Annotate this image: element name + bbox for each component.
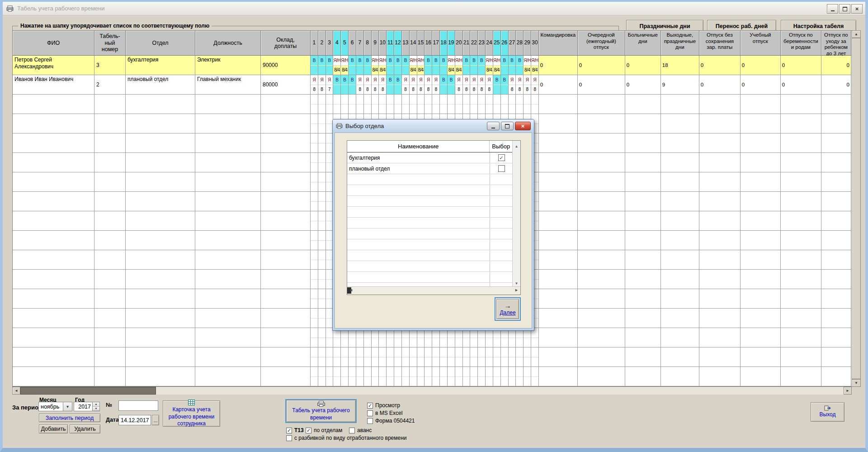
day-header[interactable]: 11 bbox=[387, 31, 394, 56]
day-header[interactable]: 12 bbox=[394, 31, 402, 56]
scroll-down-button[interactable]: ▼ bbox=[852, 379, 861, 387]
checkbox-box[interactable]: ✓ bbox=[349, 428, 355, 433]
horizontal-scroll-thumb[interactable] bbox=[20, 387, 156, 395]
tabel-print-button[interactable]: Табель учета рабочего времени bbox=[286, 400, 356, 422]
day-header[interactable]: 15 bbox=[417, 31, 425, 56]
column-header[interactable]: Учебный отпуск bbox=[741, 31, 781, 56]
close-button[interactable]: × bbox=[851, 4, 863, 14]
spin-up-icon[interactable]: ▲ bbox=[93, 402, 99, 407]
dialog-restore-button[interactable] bbox=[501, 122, 514, 130]
num-input[interactable] bbox=[118, 400, 158, 411]
day-header[interactable]: 28 bbox=[516, 31, 524, 56]
checkbox-box[interactable]: ✓ bbox=[306, 428, 311, 433]
dialog-close-button[interactable]: × bbox=[515, 122, 531, 130]
column-header[interactable]: Отпуск по уходу за ребенком до 3 лет bbox=[821, 31, 851, 56]
delete-button[interactable]: Удалить bbox=[70, 424, 100, 433]
day-header[interactable]: 5 bbox=[341, 31, 349, 56]
day-header[interactable]: 21 bbox=[463, 31, 471, 56]
day-header[interactable]: 24 bbox=[486, 31, 493, 56]
employee-card-button[interactable]: Карточка учета рабочего времени сотрудни… bbox=[163, 400, 220, 427]
checkbox-prosmotr[interactable]: ✓Просмотр bbox=[367, 402, 400, 409]
list-scroll-up-icon[interactable]: ▲ bbox=[512, 141, 520, 152]
column-header[interactable]: Очередной (ежегодный) отпуск bbox=[578, 31, 625, 56]
column-header[interactable]: Оклад, доплаты bbox=[261, 31, 311, 56]
day-header[interactable]: 29 bbox=[524, 31, 531, 56]
dept-row[interactable]: бухгалтерия✓ bbox=[347, 152, 520, 163]
dept-checkbox[interactable]: ✓ bbox=[490, 163, 513, 174]
chevron-down-icon[interactable]: ▾ bbox=[63, 402, 72, 411]
checkbox-ms-excel[interactable]: ✓в MS Excel bbox=[367, 410, 402, 416]
column-header[interactable]: Отпуск без сохранения зар. платы bbox=[699, 31, 741, 56]
spin-down-icon[interactable]: ▼ bbox=[93, 407, 99, 411]
list-scroll-right-icon[interactable]: ► bbox=[514, 288, 519, 292]
day-header[interactable]: 20 bbox=[455, 31, 463, 56]
day-cell: Я8 bbox=[516, 75, 524, 95]
checkbox-po-otdelam[interactable]: ✓по отделам bbox=[306, 427, 342, 433]
day-header[interactable]: 2 bbox=[318, 31, 326, 56]
vertical-scroll-thumb[interactable] bbox=[852, 38, 861, 379]
checkbox-box[interactable]: ✓ bbox=[498, 165, 505, 172]
next-button[interactable]: → Далее bbox=[496, 299, 519, 319]
day-header[interactable]: 6 bbox=[349, 31, 356, 56]
date-input[interactable] bbox=[118, 415, 151, 425]
checkbox-razbivka[interactable]: ✓с разбивкой по виду отработанного време… bbox=[286, 435, 406, 441]
day-header[interactable]: 1 bbox=[311, 31, 318, 56]
checkbox-box[interactable]: ✓ bbox=[286, 435, 292, 441]
list-scroll-left-icon[interactable]: ◄ bbox=[349, 288, 353, 292]
column-header[interactable]: Отдел bbox=[126, 31, 195, 56]
column-header[interactable]: ФИО bbox=[13, 31, 94, 56]
column-header[interactable]: Командировка bbox=[539, 31, 578, 56]
day-header[interactable]: 8 bbox=[364, 31, 372, 56]
add-button[interactable]: Добавить bbox=[39, 424, 68, 433]
checkbox-box[interactable]: ✓ bbox=[367, 403, 373, 409]
day-cell: В bbox=[440, 56, 448, 75]
day-header[interactable]: 22 bbox=[470, 31, 478, 56]
day-header[interactable]: 30 bbox=[531, 31, 539, 56]
month-select[interactable]: ноябрь ▾ bbox=[38, 402, 72, 411]
checkbox-box[interactable]: ✓ bbox=[498, 154, 505, 161]
column-header[interactable]: Табель- ный номер bbox=[94, 31, 126, 56]
column-header[interactable]: Выходные, праздничные дни bbox=[661, 31, 699, 56]
column-header[interactable]: Должность bbox=[195, 31, 261, 56]
dept-name-column-header[interactable]: Наименование bbox=[347, 141, 490, 152]
day-header[interactable]: 7 bbox=[356, 31, 364, 56]
restore-button[interactable] bbox=[839, 4, 850, 14]
dept-pick-column-header[interactable]: Выбор bbox=[490, 141, 512, 152]
day-header[interactable]: 16 bbox=[425, 31, 432, 56]
day-header[interactable]: 13 bbox=[402, 31, 410, 56]
dialog-minimize-button[interactable] bbox=[487, 122, 500, 130]
column-header[interactable]: Отпуск по беременности и родам bbox=[781, 31, 821, 56]
checkbox-t13[interactable]: ✓Т13 bbox=[286, 427, 304, 433]
checkbox-box[interactable]: ✓ bbox=[367, 410, 373, 416]
column-header[interactable]: Больничные дни bbox=[625, 31, 661, 56]
checkbox-avans[interactable]: ✓аванс bbox=[349, 427, 372, 433]
list-scroll-down-icon[interactable]: ▼ bbox=[512, 280, 520, 287]
checkbox-forma-0504421[interactable]: ✓Форма 0504421 bbox=[367, 418, 415, 424]
fill-period-button[interactable]: Заполнить период bbox=[39, 414, 100, 422]
day-header[interactable]: 14 bbox=[410, 31, 417, 56]
day-header[interactable]: 23 bbox=[478, 31, 486, 56]
checkbox-box[interactable]: ✓ bbox=[367, 418, 373, 424]
day-header[interactable]: 26 bbox=[501, 31, 509, 56]
exit-button[interactable]: Выход bbox=[811, 402, 844, 422]
scroll-left-button[interactable]: ◄ bbox=[12, 387, 20, 395]
day-header[interactable]: 27 bbox=[509, 31, 516, 56]
dept-checkbox[interactable]: ✓ bbox=[490, 152, 513, 163]
day-header[interactable]: 4 bbox=[333, 31, 341, 56]
checkbox-box[interactable]: ✓ bbox=[286, 428, 292, 433]
day-header[interactable]: 18 bbox=[440, 31, 448, 56]
table-row[interactable]: Петров Сергей Александрович3бухгалтерияЭ… bbox=[13, 56, 852, 75]
day-header[interactable]: 19 bbox=[448, 31, 455, 56]
minimize-button[interactable] bbox=[827, 4, 838, 14]
day-header[interactable]: 25 bbox=[493, 31, 501, 56]
year-spinner[interactable]: 2017 ▲ ▼ bbox=[74, 402, 100, 411]
day-header[interactable]: 3 bbox=[326, 31, 334, 56]
scroll-up-button[interactable]: ▲ bbox=[852, 30, 861, 38]
dept-row[interactable]: плановый отдел✓ bbox=[347, 163, 520, 174]
day-header[interactable]: 10 bbox=[379, 31, 387, 56]
table-row[interactable]: Иванов Иван Иванович2плановый отделГлавн… bbox=[13, 75, 852, 95]
day-header[interactable]: 9 bbox=[372, 31, 379, 56]
scroll-right-button[interactable]: ► bbox=[844, 387, 852, 395]
day-header[interactable]: 17 bbox=[432, 31, 440, 56]
date-browse-button[interactable]: ... bbox=[152, 415, 159, 425]
